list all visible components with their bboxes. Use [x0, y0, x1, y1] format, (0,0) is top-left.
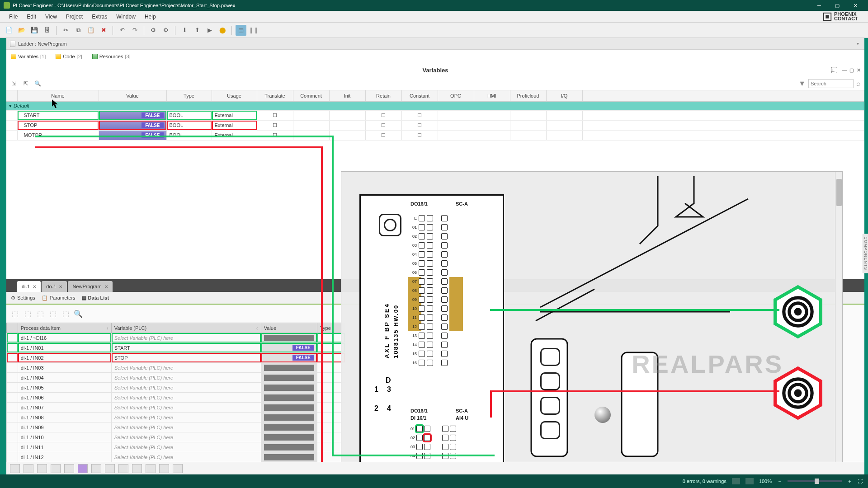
bt-6[interactable]: [78, 464, 88, 473]
menu-edit[interactable]: Edit: [22, 12, 41, 21]
tab-code[interactable]: Code[2]: [53, 52, 85, 61]
tool-a[interactable]: ⚙: [148, 25, 159, 36]
datalist-row[interactable]: di-1 / IN07Select Variable (PLC) here: [7, 403, 345, 413]
group-row[interactable]: ▾Default: [6, 101, 864, 110]
lt-e[interactable]: ⬚: [61, 310, 70, 318]
cut-button[interactable]: ✂: [60, 25, 71, 36]
zoom-slider[interactable]: [788, 480, 842, 482]
menu-help[interactable]: Help: [140, 12, 160, 21]
lt-a[interactable]: ⬚: [11, 310, 19, 318]
lower-tab[interactable]: do-1✕: [42, 281, 67, 292]
datalist-row[interactable]: di-1 / IN12Select Variable (PLC) here: [7, 452, 345, 462]
new-button[interactable]: 📄: [4, 25, 14, 36]
editor-chevron-icon[interactable]: ▾: [855, 41, 861, 46]
bt-3[interactable]: [37, 464, 47, 473]
col-pdi[interactable]: Process data item›: [18, 323, 111, 333]
open-button[interactable]: 📂: [16, 25, 27, 36]
saveall-button[interactable]: 🗄: [42, 25, 52, 36]
col-proficloud[interactable]: Proficloud: [510, 90, 546, 101]
bt-5[interactable]: [64, 464, 74, 473]
bt-7[interactable]: [91, 464, 101, 473]
col-type[interactable]: Type: [166, 90, 212, 101]
status-errors[interactable]: 0 errors, 0 warnings: [683, 479, 726, 484]
datalist-row[interactable]: di-1 / IN05Select Variable (PLC) here: [7, 383, 345, 393]
tool-e[interactable]: ▶: [204, 25, 215, 36]
lt-b[interactable]: ⬚: [24, 310, 32, 318]
lt-d[interactable]: ⬚: [49, 310, 57, 318]
slot-c[interactable]: [540, 397, 560, 415]
subtab-settings[interactable]: ⚙Settings: [11, 295, 35, 301]
datalist-row[interactable]: di-1 / IN10Select Variable (PLC) here: [7, 432, 345, 442]
tool-c[interactable]: ⬇: [179, 25, 190, 36]
variable-row[interactable]: MOTORFALSEBOOLExternal☐☐☐: [6, 130, 864, 140]
datalist-row[interactable]: di-1 / IN02STOPFALSE: [7, 353, 345, 363]
overlay-scrollbar[interactable]: [835, 172, 842, 469]
expand-icon[interactable]: ⇱: [22, 80, 30, 88]
search-icon[interactable]: 🔍: [33, 80, 42, 88]
variable-row[interactable]: STARTFALSEBOOLExternal☐☐☐: [6, 110, 864, 120]
tab-close-icon[interactable]: ✕: [59, 284, 62, 289]
menu-view[interactable]: View: [41, 12, 61, 21]
subtab-parameters[interactable]: 📋Parameters: [42, 295, 75, 301]
stop-hex-button[interactable]: [771, 366, 825, 420]
bt-12[interactable]: [159, 464, 169, 473]
col-value[interactable]: Value: [99, 90, 166, 101]
tool-d[interactable]: ⬆: [192, 25, 203, 36]
bt-10[interactable]: [132, 464, 142, 473]
save-button[interactable]: 💾: [29, 25, 40, 36]
layout-a[interactable]: ▤: [236, 25, 246, 36]
bt-8[interactable]: [105, 464, 115, 473]
menu-extras[interactable]: Extras: [87, 12, 112, 21]
status-chip-b[interactable]: [745, 478, 754, 484]
collapse-icon[interactable]: ⇲: [10, 80, 18, 88]
filter-icon[interactable]: ▼: [798, 80, 806, 88]
bt-11[interactable]: [146, 464, 156, 473]
col-vpl[interactable]: Variable (PLC)‹: [111, 323, 261, 333]
bt-4[interactable]: [51, 464, 61, 473]
menu-window[interactable]: Window: [112, 12, 140, 21]
datalist-row[interactable]: di-1 / IN03Select Variable (PLC) here: [7, 363, 345, 373]
tab-variables[interactable]: Variables[1]: [8, 52, 48, 61]
col-io[interactable]: I/Q: [546, 90, 582, 101]
datalist-row[interactable]: di-1 / IN08Select Variable (PLC) here: [7, 413, 345, 422]
datalist-row[interactable]: di-1 / IN04Select Variable (PLC) here: [7, 373, 345, 383]
col-translate[interactable]: Translate: [257, 90, 293, 101]
col-hmi[interactable]: HMI: [474, 90, 510, 101]
datalist-row[interactable]: di-1 / IN11Select Variable (PLC) here: [7, 442, 345, 452]
min-button[interactable]: —: [842, 67, 847, 73]
rotary-switch[interactable]: [379, 214, 401, 236]
bt-2[interactable]: [24, 464, 33, 473]
bt-13[interactable]: [173, 464, 183, 473]
menu-project[interactable]: Project: [61, 12, 87, 21]
status-chip-a[interactable]: [732, 478, 740, 484]
pin-icon[interactable]: ⟂: [831, 67, 837, 73]
lt-c[interactable]: ⬚: [36, 310, 44, 318]
minimize-button[interactable]: ─: [810, 0, 828, 11]
copy-button[interactable]: ⧉: [73, 25, 84, 36]
col-comment[interactable]: Comment: [293, 90, 329, 101]
delete-button[interactable]: ✖: [98, 25, 109, 36]
datalist-row[interactable]: di-1 / IN09Select Variable (PLC) here: [7, 422, 345, 432]
menu-file[interactable]: File: [5, 12, 22, 21]
col-usage[interactable]: Usage: [212, 90, 257, 101]
variable-row[interactable]: STOPFALSEBOOLExternal☐☐☐: [6, 120, 864, 130]
bt-9[interactable]: [118, 464, 128, 473]
datalist-row[interactable]: di-1 / IN06Select Variable (PLC) here: [7, 393, 345, 403]
slot-b[interactable]: [540, 372, 560, 390]
maximize-button[interactable]: ▢: [828, 0, 846, 11]
undo-button[interactable]: ↶: [117, 25, 127, 36]
datalist-row[interactable]: di-1 / IN01STARTFALSE: [7, 343, 345, 353]
max-button[interactable]: ▢: [849, 67, 854, 73]
zoom-fit-button[interactable]: ⛶: [858, 479, 863, 484]
redo-button[interactable]: ↷: [129, 25, 140, 36]
layout-b[interactable]: ❙❙: [248, 25, 259, 36]
zoom-in-button[interactable]: ＋: [847, 478, 852, 485]
tool-b[interactable]: ⚙: [160, 25, 171, 36]
close-button[interactable]: ✕: [846, 0, 864, 11]
tab-resources[interactable]: Resources[3]: [90, 52, 133, 61]
start-hex-button[interactable]: [771, 285, 825, 339]
bt-1[interactable]: [10, 464, 20, 473]
search-input[interactable]: [808, 79, 854, 88]
tab-close-icon[interactable]: ✕: [104, 284, 108, 289]
col-init[interactable]: Init: [329, 90, 365, 101]
